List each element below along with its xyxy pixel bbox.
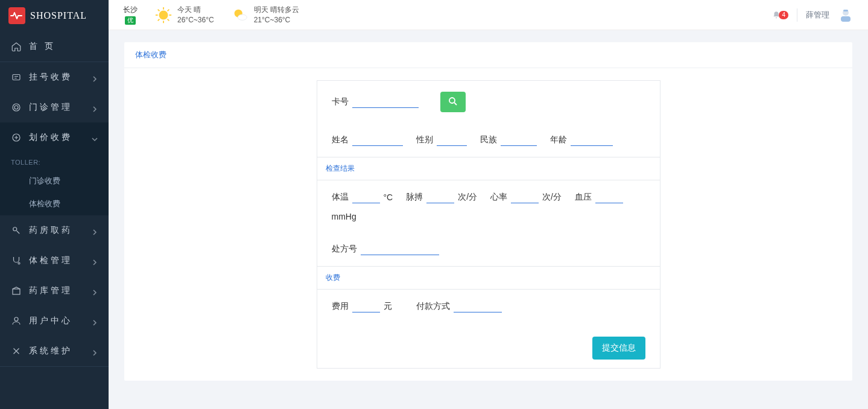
brand-text: SHOSPITAL [30, 10, 87, 21]
search-icon [448, 96, 458, 109]
gender-input[interactable] [437, 134, 467, 146]
wrench-icon [11, 346, 22, 357]
svg-rect-20 [841, 16, 851, 22]
nation-input[interactable] [501, 134, 537, 146]
pay-method-label: 付款方式 [416, 301, 450, 312]
temperature-input[interactable] [352, 191, 380, 203]
nav-pharmacy[interactable]: 药房取药 [0, 215, 109, 246]
topbar-divider [797, 8, 797, 22]
svg-line-16 [168, 9, 169, 11]
nav-physical-manage[interactable]: 体检管理 [0, 246, 109, 276]
panel-physical-fee: 体检收费 卡号 [124, 42, 852, 381]
submit-button[interactable]: 提交信息 [592, 337, 645, 360]
blood-pressure-input[interactable] [595, 191, 623, 203]
weather-city: 长沙 优 [123, 5, 138, 25]
chevron-right-icon [92, 104, 98, 110]
sun-cloud-icon [231, 6, 249, 24]
chevron-right-icon [92, 227, 98, 233]
topbar: 长沙 优 今天 晴 26°C~36°C 明天 晴转多云 21°C~36°C [109, 0, 868, 30]
svg-rect-0 [13, 75, 20, 80]
field-fee: 费用 元 [332, 300, 392, 312]
age-label: 年龄 [550, 135, 567, 145]
hr-label: 心率 [490, 192, 507, 203]
nav-item-label: 药库管理 [29, 285, 92, 296]
warehouse-icon [11, 285, 22, 296]
section-fee-label: 收费 [317, 266, 660, 290]
field-age: 年龄 [550, 134, 613, 146]
city-name: 长沙 [123, 5, 138, 15]
search-button[interactable] [440, 92, 466, 112]
chevron-right-icon [92, 348, 98, 354]
fee-label: 费用 [332, 301, 349, 312]
field-gender: 性别 [416, 134, 467, 146]
pulse-input[interactable] [426, 191, 454, 203]
name-label: 姓名 [332, 135, 349, 145]
nav-system[interactable]: 系统维护 [0, 336, 109, 366]
today-label: 今天 晴 [177, 5, 214, 15]
svg-point-5 [18, 262, 20, 264]
field-pay-method: 付款方式 [416, 300, 502, 312]
hr-unit: 次/分 [542, 192, 562, 203]
stethoscope-icon [11, 102, 22, 113]
svg-rect-21 [843, 10, 848, 11]
field-card-no: 卡号 [332, 96, 419, 108]
bp-label: 血压 [575, 192, 592, 203]
age-input[interactable] [571, 134, 613, 146]
nav-item-label: 体检管理 [29, 255, 92, 266]
fee-unit: 元 [384, 301, 392, 312]
temp-unit: °C [384, 192, 393, 202]
heart-rate-input[interactable] [511, 191, 539, 203]
nav-user-center[interactable]: 用户中心 [0, 306, 109, 336]
heartbeat-logo-icon [8, 7, 25, 24]
bp-unit: mmHg [332, 212, 645, 221]
nav-item-label: 用户中心 [29, 315, 92, 326]
tomorrow-label: 明天 晴转多云 [254, 5, 299, 15]
svg-point-1 [14, 106, 18, 109]
sidebar-divider [0, 366, 109, 367]
nav-item-label: 门诊管理 [29, 102, 92, 113]
avatar-icon[interactable] [838, 7, 854, 23]
chevron-right-icon [92, 258, 98, 264]
fee-input[interactable] [352, 300, 380, 312]
aqi-badge: 优 [125, 16, 136, 25]
svg-point-2 [13, 104, 20, 111]
svg-rect-6 [13, 289, 20, 294]
field-blood-pressure: 血压 [575, 191, 623, 203]
tomorrow-temp: 21°C~36°C [254, 15, 299, 25]
subnav-physical-fee[interactable]: 体检收费 [0, 192, 109, 215]
card-no-input[interactable] [352, 96, 419, 108]
svg-point-18 [238, 14, 247, 20]
field-temperature: 体温 °C [332, 191, 393, 203]
name-input[interactable] [352, 134, 403, 146]
subnav-section-header: TOLLER: [0, 153, 109, 170]
weather-today: 今天 晴 26°C~36°C [154, 5, 214, 25]
chevron-right-icon [92, 74, 98, 80]
svg-point-7 [14, 317, 18, 321]
gender-label: 性别 [416, 135, 433, 145]
pulse-unit: 次/分 [458, 192, 477, 203]
notif-count-badge: 4 [779, 11, 788, 19]
rx-no-input[interactable] [361, 243, 439, 255]
weather-tomorrow: 明天 晴转多云 21°C~36°C [231, 5, 299, 25]
notifications-button[interactable]: 4 [772, 11, 788, 19]
pulse-label: 脉搏 [406, 192, 423, 203]
pay-method-select[interactable] [454, 300, 502, 312]
nav-item-label: 药房取药 [29, 225, 92, 236]
nav-outpatient[interactable]: 门诊管理 [0, 92, 109, 122]
nav-home[interactable]: 首 页 [0, 31, 109, 62]
rx-label: 处方号 [332, 244, 357, 255]
nav-item-label: 划价收费 [29, 132, 92, 143]
nav-register-fee[interactable]: 挂号收费 [0, 62, 109, 92]
nav-stock[interactable]: 药库管理 [0, 276, 109, 306]
field-rx-no: 处方号 [332, 243, 439, 255]
user-icon [11, 315, 22, 326]
form-card: 卡号 姓名 [317, 80, 661, 369]
chevron-right-icon [92, 288, 98, 294]
chevron-right-icon [92, 318, 98, 324]
panel-title: 体检收费 [124, 42, 852, 68]
svg-line-14 [168, 19, 169, 21]
subnav-outpatient-fee[interactable]: 门诊收费 [0, 170, 109, 192]
nav-pricing-fee[interactable]: 划价收费 [0, 122, 109, 153]
current-user-name[interactable]: 薛管理 [806, 10, 829, 21]
nav-item-label: 挂号收费 [29, 72, 92, 83]
